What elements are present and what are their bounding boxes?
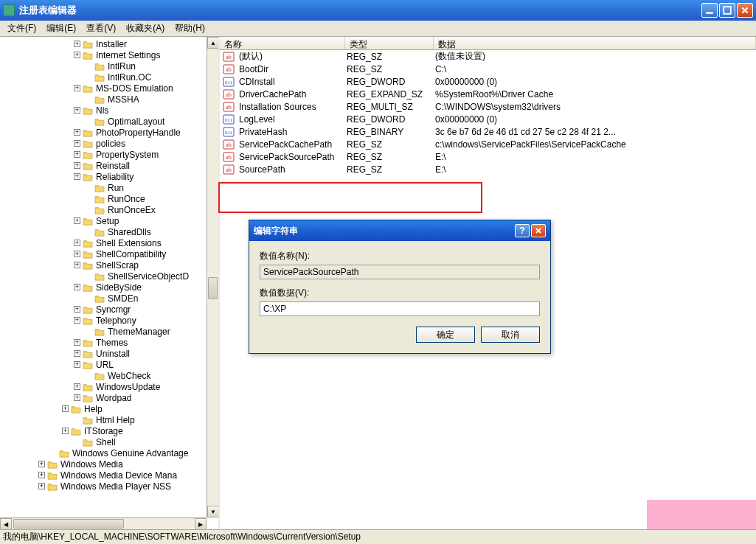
registry-value-row[interactable]: abServicePackCachePathREG_SZc:\windows\S…: [220, 138, 756, 150]
ok-button[interactable]: 确定: [416, 327, 475, 343]
tree-item[interactable]: IntlRun: [0, 60, 207, 72]
expand-icon[interactable]: +: [74, 41, 80, 47]
expand-icon[interactable]: +: [74, 173, 80, 180]
tree-item[interactable]: +Syncmgr: [0, 304, 207, 315]
expand-icon[interactable]: +: [74, 350, 80, 357]
tree-item[interactable]: ThemeManager: [0, 326, 207, 337]
column-type[interactable]: 类型: [345, 37, 434, 49]
menu-item[interactable]: 文件(F): [3, 21, 41, 36]
tree-item[interactable]: +SideBySide: [0, 282, 207, 293]
tree-item[interactable]: +Windows Media: [0, 458, 207, 470]
registry-value-row[interactable]: abDriverCachePathREG_EXPAND_SZ%SystemRoo…: [220, 88, 756, 100]
expand-icon[interactable]: +: [74, 162, 80, 169]
expand-icon[interactable]: +: [62, 405, 69, 412]
tree-item[interactable]: +Shell Extensions: [0, 237, 207, 248]
expand-icon[interactable]: +: [74, 140, 80, 147]
registry-value-row[interactable]: abServicePackSourcePathREG_SZE:\: [220, 150, 756, 163]
tree-item[interactable]: +ITStorage: [0, 425, 207, 436]
expand-icon[interactable]: +: [74, 262, 80, 268]
tree-item[interactable]: Run: [0, 182, 207, 193]
expand-icon[interactable]: +: [74, 383, 80, 390]
tree-item[interactable]: Windows Genuine Advantage: [0, 447, 207, 458]
expand-icon[interactable]: +: [74, 361, 80, 368]
tree-item[interactable]: ShellServiceObjectD: [0, 271, 207, 282]
registry-value-row[interactable]: abSourcePathREG_SZE:\: [220, 163, 756, 175]
tree-item[interactable]: Shell: [0, 436, 207, 447]
expand-icon[interactable]: +: [74, 317, 80, 324]
tree-item[interactable]: +MS-DOS Emulation: [0, 83, 207, 94]
tree-item[interactable]: +Nls: [0, 105, 207, 116]
tree-item[interactable]: +PropertySystem: [0, 149, 207, 160]
tree-item[interactable]: +ShellCompatibility: [0, 248, 207, 259]
tree-item[interactable]: WebCheck: [0, 370, 207, 381]
menu-item[interactable]: 编辑(E): [42, 21, 80, 36]
close-button[interactable]: [737, 3, 753, 18]
expand-icon[interactable]: +: [74, 339, 80, 346]
expand-icon[interactable]: +: [38, 472, 45, 478]
expand-icon[interactable]: +: [74, 107, 80, 114]
tree-item[interactable]: RunOnce: [0, 193, 207, 204]
tree-item[interactable]: +URL: [0, 359, 207, 370]
expand-icon[interactable]: +: [74, 251, 80, 257]
tree-item[interactable]: +WindowsUpdate: [0, 381, 207, 392]
registry-value-row[interactable]: abInstallation SourcesREG_MULTI_SZC:\WIN…: [220, 100, 756, 113]
cancel-button[interactable]: 取消: [481, 327, 540, 343]
scroll-right-button[interactable]: ▶: [195, 518, 207, 529]
expand-icon[interactable]: +: [38, 461, 45, 467]
tree-item[interactable]: +Windows Media Device Mana: [0, 470, 207, 481]
registry-value-row[interactable]: ab(默认)REG_SZ(数值未设置): [220, 50, 756, 63]
tree-item[interactable]: +Reliability: [0, 171, 207, 182]
scroll-left-button[interactable]: ◀: [0, 518, 12, 529]
expand-icon[interactable]: +: [62, 428, 69, 434]
expand-icon[interactable]: +: [74, 85, 80, 91]
tree-item[interactable]: +Installer: [0, 38, 207, 49]
tree-horizontal-scrollbar[interactable]: ◀ ▶: [0, 517, 207, 529]
expand-icon[interactable]: +: [74, 394, 80, 401]
registry-value-row[interactable]: 011PrivateHashREG_BINARY3c 6e b7 6d 2e 4…: [220, 125, 756, 138]
expand-icon[interactable]: +: [74, 217, 80, 224]
menu-item[interactable]: 帮助(H): [170, 21, 209, 36]
tree-item[interactable]: +Reinstall: [0, 160, 207, 171]
registry-value-row[interactable]: 011LogLevelREG_DWORD0x00000000 (0): [220, 113, 756, 125]
tree-item[interactable]: MSSHA: [0, 94, 207, 105]
tree-item[interactable]: IntlRun.OC: [0, 72, 207, 83]
registry-value-row[interactable]: 011CDInstallREG_DWORD0x00000000 (0): [220, 75, 756, 88]
scroll-up-button[interactable]: ▲: [207, 37, 219, 49]
expand-icon[interactable]: +: [74, 284, 80, 290]
tree-item[interactable]: +Wordpad: [0, 392, 207, 403]
tree-item[interactable]: RunOnceEx: [0, 204, 207, 215]
minimize-button[interactable]: [701, 3, 718, 18]
tree-item[interactable]: +Themes: [0, 337, 207, 348]
maximize-button[interactable]: [719, 3, 735, 18]
values-list[interactable]: ab(默认)REG_SZ(数值未设置)abBootDirREG_SZC:\011…: [220, 50, 756, 175]
column-data[interactable]: 数据: [434, 37, 756, 49]
tree-item[interactable]: +Setup: [0, 215, 207, 226]
tree-item[interactable]: +Uninstall: [0, 348, 207, 359]
tree-item[interactable]: +Telephony: [0, 315, 207, 326]
tree-item[interactable]: +Windows Media Player NSS: [0, 481, 207, 492]
scroll-down-button[interactable]: ▼: [207, 506, 219, 517]
expand-icon[interactable]: +: [74, 52, 80, 58]
dialog-help-button[interactable]: ?: [515, 224, 530, 237]
menu-item[interactable]: 查看(V): [82, 21, 120, 36]
tree-item[interactable]: +ShellScrap: [0, 259, 207, 271]
dialog-close-button[interactable]: [531, 224, 546, 237]
expand-icon[interactable]: +: [74, 151, 80, 158]
tree-item[interactable]: OptimalLayout: [0, 116, 207, 127]
value-name-field[interactable]: [260, 265, 540, 279]
expand-icon[interactable]: +: [74, 129, 80, 136]
expand-icon[interactable]: +: [74, 240, 80, 246]
tree-item[interactable]: +Help: [0, 403, 207, 414]
value-data-field[interactable]: [260, 301, 540, 316]
tree-item[interactable]: Html Help: [0, 414, 207, 425]
expand-icon[interactable]: +: [74, 306, 80, 313]
tree-item[interactable]: +policies: [0, 138, 207, 149]
expand-icon[interactable]: +: [38, 483, 45, 489]
registry-value-row[interactable]: abBootDirREG_SZC:\: [220, 63, 756, 75]
tree-item[interactable]: +PhotoPropertyHandle: [0, 127, 207, 138]
column-name[interactable]: 名称: [220, 37, 345, 49]
tree-item[interactable]: SMDEn: [0, 293, 207, 304]
tree-item[interactable]: SharedDlls: [0, 226, 207, 237]
menu-item[interactable]: 收藏夹(A): [122, 21, 169, 36]
tree-vertical-scrollbar[interactable]: ▲ ▼: [207, 37, 218, 517]
